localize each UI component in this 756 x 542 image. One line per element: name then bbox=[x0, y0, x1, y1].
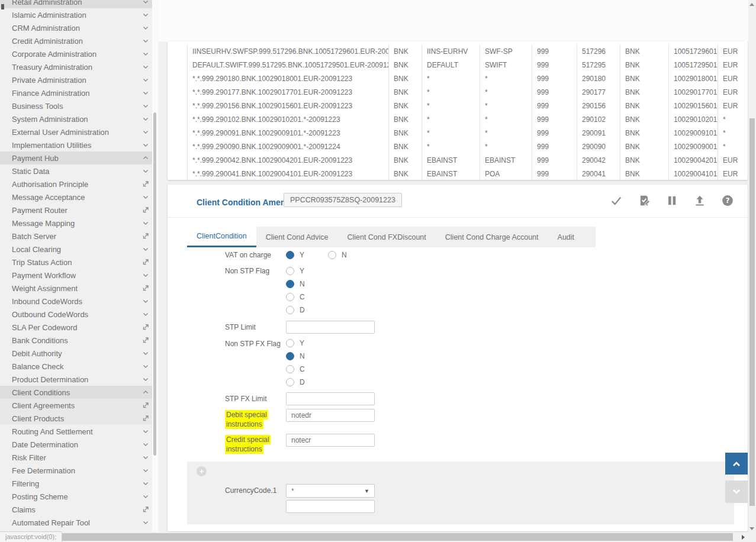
sidebar-item-static-data[interactable]: Static Data bbox=[0, 164, 158, 178]
vertical-scrollbar-thumb[interactable] bbox=[749, 118, 755, 506]
sidebar-item-local-clearing[interactable]: Local Clearing bbox=[0, 243, 158, 256]
sidebar-item-fee-determination[interactable]: Fee Determination bbox=[0, 464, 158, 477]
tab-client-cond-advice[interactable]: Client Cond Advice bbox=[256, 227, 338, 247]
sidebar-item-trip-status-action[interactable]: Trip Status Action bbox=[0, 256, 158, 269]
sidebar-item-islamic-administration[interactable]: Islamic Administration bbox=[0, 8, 158, 21]
radio-c[interactable] bbox=[286, 293, 294, 301]
table-cell: *.*.999.290090.BNK.10029009001.*-2009122… bbox=[188, 140, 389, 153]
debit-special-instructions-input[interactable] bbox=[286, 409, 375, 422]
radio-y[interactable] bbox=[286, 339, 294, 347]
radio-label: D bbox=[300, 306, 305, 314]
sidebar-item-debit-authority[interactable]: Debit Authority bbox=[0, 347, 158, 360]
table-cell: 290180 bbox=[577, 72, 620, 85]
field-label: STP Limit bbox=[225, 321, 284, 334]
sidebar-item-balance-check[interactable]: Balance Check bbox=[0, 360, 158, 373]
sidebar-item-treasury-administration[interactable]: Treasury Administration bbox=[0, 60, 158, 73]
radio-d[interactable] bbox=[286, 306, 294, 314]
radio-n[interactable] bbox=[286, 352, 294, 360]
sidebar-item-authorisation-principle[interactable]: Authorisation Principle bbox=[0, 178, 158, 191]
sidebar-item-inbound-codewords[interactable]: Inbound CodeWords bbox=[0, 295, 158, 308]
radio-y[interactable] bbox=[286, 251, 294, 259]
sidebar-item-bank-conditions[interactable]: Bank Conditions bbox=[0, 334, 158, 347]
sidebar-item-client-products[interactable]: Client Products bbox=[0, 412, 158, 425]
chevron-down-icon bbox=[141, 467, 150, 474]
vertical-scrollbar[interactable] bbox=[748, 0, 756, 542]
scroll-to-bottom-button[interactable] bbox=[725, 480, 748, 503]
sidebar-item-corporate-administration[interactable]: Corporate Administration bbox=[0, 47, 158, 60]
sidebar-item-batch-server[interactable]: Batch Server bbox=[0, 230, 158, 243]
table-row[interactable]: *.*.999.290156.BNK.10029015601.EUR-20091… bbox=[168, 99, 748, 112]
radio-n[interactable] bbox=[286, 280, 294, 288]
radio-c[interactable] bbox=[286, 365, 294, 373]
table-row[interactable]: *.*.999.290041.BNK.10029004101.EUR-20091… bbox=[168, 167, 748, 180]
table-row[interactable]: *.*.999.290102.BNK.10029010201.*-2009122… bbox=[168, 112, 748, 126]
authorize-icon[interactable] bbox=[638, 195, 650, 207]
table-row[interactable]: *.*.999.290180.BNK.10029018001.EUR-20091… bbox=[168, 72, 748, 85]
tab-client-cond-charge-account[interactable]: Client Cond Charge Account bbox=[436, 227, 548, 247]
sidebar-item-credit-administration[interactable]: Credit Administration bbox=[0, 34, 158, 47]
sidebar-item-label: Credit Administration bbox=[12, 37, 141, 46]
sidebar-item-payment-hub[interactable]: Payment Hub bbox=[0, 151, 158, 164]
table-row[interactable]: *.*.999.290090.BNK.10029009001.*-2009122… bbox=[168, 140, 748, 153]
radio-d[interactable] bbox=[286, 378, 294, 386]
sidebar-item-date-determination[interactable]: Date Determination bbox=[0, 438, 158, 451]
credit-special-instructions-input[interactable] bbox=[286, 434, 375, 447]
tab-clientcondition[interactable]: ClientCondition bbox=[187, 227, 256, 247]
sidebar-scrollbar-thumb[interactable] bbox=[153, 112, 156, 456]
sidebar-item-business-tools[interactable]: Business Tools bbox=[0, 99, 158, 112]
scrollbar-right-arrow[interactable] bbox=[742, 535, 745, 540]
radio-y[interactable] bbox=[286, 267, 294, 275]
upload-icon[interactable] bbox=[694, 195, 706, 207]
sidebar-item-automated-repair-tool[interactable]: Automated Repair Tool bbox=[0, 516, 158, 529]
table-row[interactable]: *.*.999.290177.BNK.10029017701.EUR-20091… bbox=[168, 85, 748, 99]
stp-limit-input[interactable] bbox=[286, 321, 375, 334]
incoming-lead-time-input[interactable] bbox=[286, 500, 375, 513]
sidebar-item-product-determination[interactable]: Product Determination bbox=[0, 373, 158, 386]
currency-code-select[interactable]: * ▼ bbox=[286, 484, 375, 498]
sidebar-item-message-mapping[interactable]: Message Mapping bbox=[0, 217, 158, 230]
sidebar-item-message-acceptance[interactable]: Message Acceptance bbox=[0, 191, 158, 204]
scroll-to-top-button[interactable] bbox=[725, 453, 748, 475]
sidebar-item-routing-and-settlement[interactable]: Routing And Settlement bbox=[0, 425, 158, 438]
sidebar-item-client-conditions[interactable]: Client Conditions bbox=[0, 386, 158, 399]
scrollbar-up-arrow[interactable] bbox=[749, 3, 754, 6]
sidebar-item-sla-per-codeword[interactable]: SLA Per Codeword bbox=[0, 321, 158, 334]
sidebar-item-retail-administration[interactable]: Retail Administration bbox=[0, 0, 158, 8]
table-row[interactable]: DEFAULT.SWIFT.999.517295.BNK.10051729501… bbox=[168, 58, 748, 72]
sidebar-item-crm-administration[interactable]: CRM Administration bbox=[0, 21, 158, 34]
sidebar-item-posting-scheme[interactable]: Posting Scheme bbox=[0, 490, 158, 503]
chevron-down-icon bbox=[141, 50, 150, 57]
horizontal-scrollbar-thumb[interactable] bbox=[0, 533, 733, 541]
field-label: CurrencyCode.1 bbox=[225, 484, 284, 498]
sidebar-item-implementation-utilities[interactable]: Implementation Utilities bbox=[0, 138, 158, 151]
sidebar-item-client-agreements[interactable]: Client Agreements bbox=[0, 399, 158, 412]
sidebar-item-payment-router[interactable]: Payment Router bbox=[0, 204, 158, 217]
sidebar-item-weight-assignment[interactable]: Weight Assignment bbox=[0, 282, 158, 295]
form-toolbar: ? bbox=[610, 195, 734, 207]
help-icon[interactable]: ? bbox=[722, 195, 734, 207]
scrollbar-down-arrow[interactable] bbox=[749, 527, 754, 530]
sidebar-item-external-user-administration[interactable]: External User Administration bbox=[0, 125, 158, 138]
table-row[interactable]: *.*.999.290042.BNK.10029004201.EUR-20091… bbox=[168, 153, 748, 167]
radio-label: Y bbox=[300, 339, 304, 347]
stp-fx-limit-input[interactable] bbox=[286, 392, 375, 405]
tab-client-cond-fxdiscount[interactable]: Client Cond FXDiscount bbox=[337, 227, 435, 247]
hold-icon[interactable] bbox=[666, 195, 678, 207]
sidebar-item-system-administration[interactable]: System Administration bbox=[0, 112, 158, 125]
horizontal-scrollbar[interactable] bbox=[0, 532, 748, 542]
radio-n[interactable] bbox=[328, 251, 336, 259]
table-row[interactable]: IINSEURHV.SWFSP.999.517296.BNK.100517296… bbox=[168, 44, 748, 58]
add-row-button[interactable]: + bbox=[197, 466, 207, 476]
sidebar-item-payment-workflow[interactable]: Payment Workflow bbox=[0, 269, 158, 282]
sidebar-item-finance-administration[interactable]: Finance Administration bbox=[0, 86, 158, 99]
sidebar-item-risk-filter[interactable]: Risk Filter bbox=[0, 451, 158, 464]
sidebar-item-claims[interactable]: Claims bbox=[0, 503, 158, 516]
table-cell: DEFAULT.SWIFT.999.517295.BNK.10051729501… bbox=[188, 58, 389, 72]
check-icon[interactable] bbox=[610, 195, 622, 207]
sidebar-item-private-administration[interactable]: Private Administration bbox=[0, 73, 158, 86]
sidebar-item-outbound-codewords[interactable]: Outbound CodeWords bbox=[0, 308, 158, 321]
sidebar-item-filtering[interactable]: Filtering bbox=[0, 477, 158, 490]
tab-audit[interactable]: Audit bbox=[548, 227, 584, 247]
table-row[interactable]: *.*.999.290091.BNK.10029009101.*-2009122… bbox=[168, 126, 748, 140]
sidebar-scrollbar[interactable] bbox=[152, 0, 158, 532]
